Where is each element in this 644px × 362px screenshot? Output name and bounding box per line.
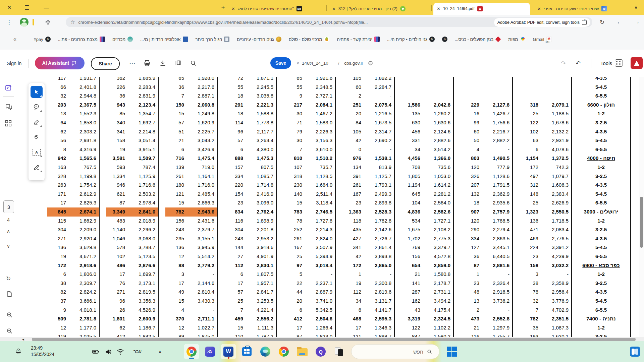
- task-view-button[interactable]: [630, 347, 640, 357]
- tab-active[interactable]: ✕10_24_146t4.pdf: [433, 3, 530, 15]
- bookmark-item[interactable]: מרכזי סולם - סולם: [289, 37, 330, 42]
- window-restore-button[interactable]: [20, 0, 34, 15]
- keyboard-language-indicator[interactable]: עבר: [133, 349, 142, 354]
- bookmark-item[interactable]: גנים חרדים- עירוניים: [237, 37, 281, 42]
- photos-app-app-button[interactable]: [331, 344, 347, 359]
- volume-icon[interactable]: [103, 347, 113, 357]
- pdf-page-view[interactable]: 1171,931.73621,885.9651,928.0721,871.165…: [0, 77, 644, 337]
- undo-icon[interactable]: ↶: [576, 50, 581, 77]
- vertical-scrollbar-thumb[interactable]: [640, 197, 643, 248]
- taskbar-clock[interactable]: 23:49 15/05/2024: [31, 345, 54, 358]
- fit-page-icon[interactable]: [6, 291, 13, 297]
- table-cell-pair: 2-: [336, 92, 395, 101]
- bookmark-item[interactable]: מכרזים: [112, 37, 133, 42]
- horizontal-scrollbar-thumb[interactable]: [32, 338, 636, 341]
- forward-icon[interactable]: →: [632, 15, 642, 29]
- bookmark-item[interactable]: יצירת קשר - פתחיה: [337, 37, 379, 42]
- document-source[interactable]: cbs.gov.il: [344, 50, 363, 77]
- city-label: ירושלים - 3000: [572, 207, 631, 217]
- rotate-refresh-icon[interactable]: ↻: [3, 275, 13, 282]
- redo-icon[interactable]: ↷: [561, 50, 566, 77]
- tools-button[interactable]: Tools: [600, 58, 623, 68]
- comment-tool-button[interactable]: [31, 101, 43, 113]
- file-explorer-app-button[interactable]: [294, 344, 310, 359]
- vertical-scrollbar[interactable]: [639, 77, 644, 337]
- previous-page-chevron-icon[interactable]: ∧: [3, 228, 13, 234]
- select-tool-button[interactable]: [31, 86, 43, 98]
- tab-close-icon[interactable]: ✕: [231, 6, 235, 11]
- next-page-chevron-icon[interactable]: ∨: [3, 243, 13, 249]
- reload-icon[interactable]: ↻: [597, 15, 607, 29]
- deals-count: 235: [159, 234, 184, 243]
- page-thumbnails-panel-icon[interactable]: [5, 120, 12, 127]
- horizontal-scrollbar[interactable]: ◄: [0, 337, 644, 342]
- bookmark-item[interactable]: בנק הפועלים - כניס...: [455, 37, 501, 42]
- ai-assistant-panel-icon[interactable]: [5, 84, 13, 92]
- url-text[interactable]: chrome-extension://efaidnbmnnnibpcajpcgl…: [78, 20, 368, 25]
- tab-close-icon[interactable]: ✕: [437, 6, 440, 11]
- hidden-icons-chevron[interactable]: ∧: [155, 347, 165, 357]
- doc-name-chevron-icon[interactable]: ∨: [297, 50, 299, 77]
- sign-in-button[interactable]: Sign in: [7, 50, 21, 77]
- document-name[interactable]: 146t4_24_10: [302, 50, 328, 77]
- bookmark-star-icon[interactable]: ☆: [70, 19, 75, 25]
- share-button[interactable]: Share: [91, 57, 120, 70]
- avg-price: 3,035.8: [243, 92, 276, 101]
- wifi-icon[interactable]: [115, 347, 125, 357]
- bookmark-item[interactable]: מפות: [508, 37, 525, 42]
- zoom-out-icon[interactable]: [6, 327, 13, 335]
- bookmark-item[interactable]: מצבת צהרונים - פת...: [58, 37, 105, 42]
- save-button[interactable]: Save: [270, 57, 291, 69]
- zoom-in-icon[interactable]: [6, 311, 13, 318]
- bookmark-item[interactable]: [442, 37, 447, 42]
- fill-sign-tool-button[interactable]: [31, 161, 43, 173]
- adobe-acrobat-logo[interactable]: [631, 57, 643, 69]
- battery-icon[interactable]: [91, 347, 101, 357]
- purple-app-app-button[interactable]: Q: [313, 344, 328, 359]
- word-app-button[interactable]: W: [221, 344, 236, 359]
- extensions-icon[interactable]: [43, 15, 53, 29]
- avg-price: 2,326.4: [479, 279, 512, 288]
- new-tab-button[interactable]: +: [216, 0, 230, 15]
- chrome-app-button[interactable]: [184, 344, 199, 359]
- highlight-tool-button[interactable]: [31, 116, 43, 128]
- window-minimize-button[interactable]: —: [40, 0, 53, 15]
- draw-tool-button[interactable]: [31, 131, 43, 143]
- organize-pages-button[interactable]: [175, 50, 182, 77]
- ai-assistant-button[interactable]: AI Assistant: [35, 57, 85, 69]
- taskbar-search-box[interactable]: חפש: [351, 344, 439, 359]
- next-page-number[interactable]: 4: [3, 217, 13, 223]
- print-button[interactable]: [144, 50, 151, 77]
- bookmarks-overflow-chevron[interactable]: «: [13, 36, 16, 42]
- more-options-button[interactable]: ⋯: [129, 50, 136, 77]
- text-box-tool-button[interactable]: A: [31, 146, 43, 158]
- tab-inactive[interactable]: ✕(2) דיון - מחירי הדירות לאן? | 312: [329, 3, 429, 15]
- back-icon[interactable]: ←: [614, 15, 625, 29]
- bookmark-item[interactable]: Gmail10+: [533, 37, 552, 42]
- notification-bell-dnd-icon[interactable]: z: [13, 347, 23, 357]
- address-bar[interactable]: ☆ chrome-extension://efaidnbmnnnibpcajpc…: [66, 17, 592, 27]
- ms-store-app-button[interactable]: [239, 344, 255, 359]
- browser-menu-kebab-icon[interactable]: ⋮: [5, 15, 13, 29]
- window-close-button[interactable]: ✕: [3, 0, 16, 15]
- comments-panel-icon[interactable]: [5, 103, 13, 111]
- chrome2-app-button[interactable]: [276, 344, 291, 359]
- bookmark-item[interactable]: Ypay: [34, 37, 51, 42]
- monday-app-button[interactable]: ∕A: [202, 344, 218, 359]
- profile-avatar[interactable]: [19, 15, 30, 29]
- tab-search-chevron-icon[interactable]: ∨: [629, 0, 643, 15]
- tab-close-icon[interactable]: ✕: [332, 6, 336, 11]
- bookmark-item[interactable]: הגיל הרך ביתר: [196, 37, 230, 42]
- bookmark-item[interactable]: אוכלוסיה חרדית | מי...: [140, 37, 188, 42]
- download-button[interactable]: [159, 50, 166, 77]
- acrobat-extension-chip[interactable]: Adobe Acrobat: PDF edit, convert, sign t…: [494, 18, 590, 27]
- tab-inactive[interactable]: ✕שינוי במחירי שוק הדירות - אפרי₪: [534, 3, 628, 15]
- start-button[interactable]: [447, 347, 457, 357]
- tab-close-icon[interactable]: ✕: [537, 6, 541, 11]
- find-text-button[interactable]: [190, 50, 197, 77]
- tab-inactive[interactable]: ✕"המספרים שמציגים טובים למצגBiz: [228, 3, 324, 15]
- current-page-indicator[interactable]: 3: [3, 200, 14, 213]
- scroll-left-arrow-icon[interactable]: ◄: [21, 338, 25, 341]
- bookmark-item[interactable]: גני הילדים • קרית הי...: [387, 37, 435, 42]
- edge-app-button[interactable]: [258, 344, 273, 359]
